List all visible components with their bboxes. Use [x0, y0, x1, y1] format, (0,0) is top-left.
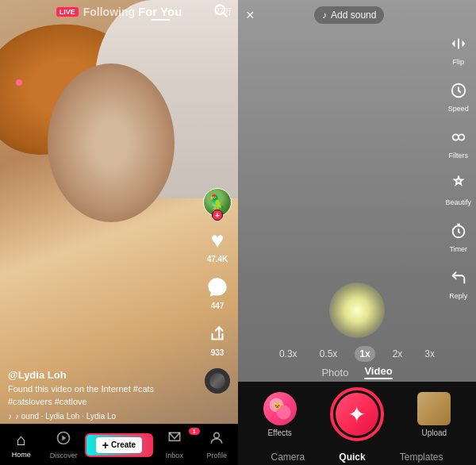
- inbox-icon: [167, 430, 182, 450]
- music-note-icon: ♪: [8, 412, 12, 421]
- speed-icon: [447, 79, 470, 102]
- svg-point-0: [215, 5, 225, 14]
- music-note-icon: ♪: [322, 10, 327, 21]
- home-label: Home: [12, 451, 31, 459]
- speed-1x[interactable]: 1x: [355, 346, 374, 362]
- comment-icon: [205, 275, 230, 300]
- camera-nav-camera[interactable]: Camera: [271, 452, 305, 463]
- svg-marker-3: [62, 436, 66, 441]
- camera-top-bar: × ♪ Add sound: [238, 0, 476, 30]
- effects-label: Effects: [267, 428, 291, 437]
- camera-panel: × ♪ Add sound Flip Speed: [238, 0, 476, 465]
- filters-icon: [447, 125, 470, 149]
- svg-point-7: [452, 134, 458, 140]
- disc-icon: [205, 368, 230, 394]
- following-tab[interactable]: Following: [83, 6, 135, 18]
- camera-controls-row: 😺 Effects ✦ Upload: [238, 382, 476, 447]
- tab-underline: [151, 19, 170, 21]
- upload-thumbnail: [417, 392, 451, 425]
- camera-nav-templates[interactable]: Templates: [400, 452, 443, 463]
- beautify-label: Beautify: [445, 198, 471, 206]
- inbox-badge: 1: [189, 428, 200, 435]
- nav-inbox[interactable]: 1 Inbox: [153, 430, 195, 459]
- comment-action[interactable]: 447: [205, 275, 230, 310]
- share-count: 933: [211, 348, 225, 357]
- speed-2x[interactable]: 2x: [388, 346, 408, 362]
- upload-label: Upload: [421, 428, 447, 437]
- create-button[interactable]: + Create: [85, 433, 153, 457]
- search-icon[interactable]: [213, 2, 228, 21]
- svg-text:😺: 😺: [273, 400, 282, 409]
- inbox-label: Inbox: [166, 452, 183, 459]
- camera-tools: Flip Speed Filters: [445, 32, 471, 300]
- video-mode-tab[interactable]: Video: [364, 365, 392, 379]
- filters-tool[interactable]: Filters: [447, 125, 470, 159]
- speed-label: Speed: [448, 105, 469, 113]
- follow-plus-badge: +: [212, 209, 223, 221]
- music-disc: [205, 368, 230, 394]
- creator-avatar[interactable]: 🦜 +: [203, 188, 232, 217]
- camera-nav-row: Camera Quick Templates: [238, 447, 476, 465]
- video-feed[interactable]: 27万 🦜 + ♥ 47.4K 447: [0, 0, 238, 465]
- reply-label: Reply: [449, 292, 467, 300]
- for-you-tab-wrap[interactable]: For You: [138, 5, 182, 19]
- video-content-3: [48, 63, 175, 222]
- add-sound-button[interactable]: ♪ Add sound: [314, 6, 384, 24]
- beautify-tool[interactable]: Beautify: [445, 172, 471, 206]
- like-count: 47.4K: [207, 255, 228, 263]
- photo-mode-tab[interactable]: Photo: [321, 367, 348, 379]
- heart-icon: ♥: [205, 228, 230, 253]
- nav-home[interactable]: ⌂ Home: [0, 431, 42, 459]
- speed-0.5x[interactable]: 0.5x: [315, 346, 343, 362]
- nav-create-wrap[interactable]: + Create: [85, 433, 153, 457]
- share-icon: [205, 321, 230, 347]
- speed-0.3x[interactable]: 0.3x: [274, 346, 302, 362]
- reply-tool[interactable]: Reply: [447, 266, 470, 300]
- discover-label: Discover: [50, 452, 78, 459]
- capture-button-outer[interactable]: ✦: [331, 388, 383, 440]
- discover-icon: [56, 430, 71, 450]
- speed-tool[interactable]: Speed: [447, 79, 470, 113]
- svg-line-1: [224, 13, 227, 17]
- camera-nav-quick[interactable]: Quick: [339, 452, 365, 463]
- upload-button[interactable]: Upload: [417, 392, 451, 437]
- flip-icon: [447, 32, 470, 56]
- create-label: Create: [111, 440, 136, 449]
- home-icon: ⌂: [17, 431, 26, 449]
- sound-text: ♪ ound · Lydia Loh · Lydia Lo: [15, 412, 116, 421]
- share-action[interactable]: 933: [205, 321, 230, 357]
- profile-label: Profile: [207, 452, 228, 459]
- add-sound-label: Add sound: [331, 10, 376, 21]
- nav-profile[interactable]: Profile: [196, 430, 238, 459]
- nav-discover[interactable]: Discover: [42, 430, 84, 459]
- capture-button-wrap[interactable]: ✦: [331, 388, 383, 440]
- camera-glow: [329, 282, 385, 338]
- filters-label: Filters: [448, 152, 468, 159]
- camera-bottom-controls: 😺 Effects ✦ Upload Camera Quick: [238, 382, 476, 465]
- timer-icon: [447, 219, 470, 243]
- timer-tool[interactable]: Timer: [447, 219, 470, 253]
- create-plus-icon: +: [102, 439, 109, 452]
- effects-button[interactable]: 😺 Effects: [263, 392, 297, 437]
- speed-selector: 0.3x 0.5x 1x 2x 3x: [238, 346, 476, 362]
- video-actions: 🦜 + ♥ 47.4K 447: [203, 188, 232, 394]
- for-you-tab[interactable]: For You: [138, 5, 182, 18]
- profile-icon: [209, 430, 225, 450]
- like-action[interactable]: ♥ 47.4K: [205, 228, 230, 263]
- video-username[interactable]: @Lydia Loh: [8, 369, 198, 381]
- svg-point-8: [459, 134, 464, 140]
- svg-point-4: [214, 432, 220, 438]
- tiktok-feed-panel: LIVE Following For You 27万 🦜 + ♥: [0, 0, 238, 465]
- speed-3x[interactable]: 3x: [420, 346, 440, 362]
- effects-avatar: 😺: [263, 392, 297, 425]
- live-badge: LIVE: [56, 7, 79, 17]
- capture-mode-tabs: Photo Video: [238, 365, 476, 379]
- flip-label: Flip: [452, 58, 464, 66]
- video-description: Found this video on the Internet #cats #…: [8, 383, 198, 408]
- flip-tool[interactable]: Flip: [447, 32, 470, 66]
- close-button[interactable]: ×: [246, 7, 255, 24]
- video-dot: [16, 79, 22, 86]
- comment-count: 447: [211, 302, 225, 310]
- video-info: @Lydia Loh Found this video on the Inter…: [8, 369, 198, 421]
- beautify-icon: [447, 172, 470, 196]
